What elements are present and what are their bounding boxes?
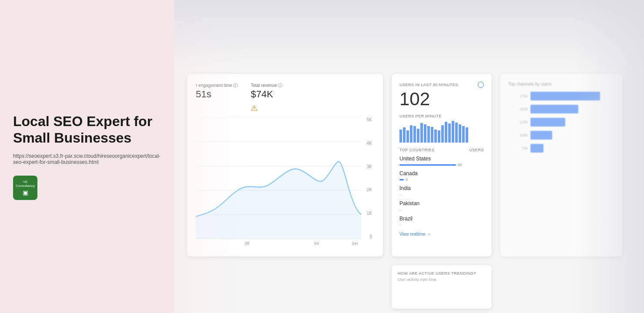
country-dash-pk: - [399,207,484,212]
users-per-minute-label: USERS PER MINUTE [399,114,484,118]
bar-chart-panel: Top channels by users 175k 150k 125k 100… [500,74,622,256]
country-name-pk: Pakistan [399,200,484,206]
bar-5 [413,126,416,143]
favicon: YE Consultancy ▣ [13,176,37,200]
favicon-text: YE Consultancy [13,180,37,188]
users-panel: USERS IN LAST 30 MINUTES 102 USERS PER M… [392,74,492,256]
bar-18 [459,124,461,143]
bar-20 [466,127,468,143]
country-name-us: United States [399,156,484,162]
bar-10 [431,127,433,143]
revenue-value: $74K [251,89,282,100]
hbar-2: 150k [508,105,614,113]
country-dash-br: - [399,223,484,227]
bottom-panel-subtitle: User activity over time [398,277,486,282]
warning-icon: ⚠ [251,103,282,113]
hbar-4: 100k [508,131,614,140]
bottom-panel-title: HOW ARE ACTIVE USERS TRENDING? [398,271,486,276]
bar-16 [452,121,454,143]
hbar-1: 175k [508,92,614,100]
bar-panel-title: Top channels by users [508,82,614,87]
users-count: 102 [399,89,484,110]
hbar-label-3: 125k [508,120,528,124]
y-label-0: 0 [367,234,372,239]
bar-1 [399,130,402,143]
bar-12 [438,130,440,143]
bar-11 [434,130,437,143]
bottom-panel: HOW ARE ACTIVE USERS TRENDING? User acti… [392,265,492,309]
hbar-fill-2 [530,105,578,113]
country-dash-in: - [399,192,484,197]
users-panel-header: USERS IN LAST 30 MINUTES [399,82,484,88]
favicon-icon: ▣ [23,189,28,196]
dashboard-background: r engagement time ⓘ 51s Total revenue ⓘ … [174,0,644,313]
hbar-3: 125k [508,118,614,127]
bar-13 [441,125,444,143]
line-chart-area: 5K 4K 3K 2K 1K 0 [196,117,374,239]
revenue-label: Total revenue ⓘ [251,83,282,89]
country-bar-us [399,164,456,166]
bar-14 [445,122,447,143]
country-name-br: Brazil [399,216,484,222]
bar-7 [420,123,423,143]
hbar-label-1: 175k [508,94,528,98]
hbar-5: 75k [508,144,614,153]
country-row-ca: Canada 4 [399,170,484,182]
bar-6 [417,129,419,143]
hbar-fill-3 [530,118,565,127]
revenue-metric: Total revenue ⓘ $74K ⚠ [251,83,282,113]
y-label-1k: 1K [367,211,372,216]
engagement-label: r engagement time ⓘ [196,83,238,89]
bar-17 [455,123,458,143]
country-value-us: 90 [458,163,462,167]
country-row-us: United States 90 [399,156,484,167]
y-label-3k: 3K [367,164,372,169]
country-name-ca: Canada [399,170,484,176]
country-row-br: Brazil - [399,216,484,227]
x-label-04: 04 [315,241,319,246]
top-countries-label: TOP COUNTRIES USERS [399,148,484,152]
country-row-pk: Pakistan - [399,200,484,212]
bar-3 [406,130,409,143]
line-chart-panel: r engagement time ⓘ 51s Total revenue ⓘ … [187,74,383,256]
top-blur [174,0,644,70]
y-axis-labels: 5K 4K 3K 2K 1K 0 [367,117,374,239]
bar-19 [462,126,465,143]
bar-9 [427,126,430,143]
y-label-2k: 2K [367,187,372,192]
page-url: https://seoexpert.s3.fr-par.scw.cloud/hi… [13,153,161,165]
bar-8 [424,124,426,143]
bar-2 [403,127,406,143]
country-value-ca: 4 [406,177,408,182]
country-row-in: India - [399,185,484,197]
hbar-fill-1 [530,92,600,100]
engagement-metric: r engagement time ⓘ 51s [196,83,238,113]
engagement-value: 51s [196,89,238,100]
x-axis-labels: 28 04 Jun [196,241,374,246]
page-title: Local SEO Expert for Small Businesses [13,113,161,147]
x-label-28: 28 [245,241,249,246]
line-chart-svg [196,117,361,239]
view-realtime-link[interactable]: View realtime → [399,232,484,236]
x-label-jun: Jun [352,241,358,246]
checkmark-icon [478,82,484,88]
y-label-4k: 4K [367,141,372,146]
hbar-label-4: 100k [508,133,528,137]
screenshot-area: r engagement time ⓘ 51s Total revenue ⓘ … [174,0,644,313]
users-per-minute-chart [399,121,484,143]
hbar-label-2: 150k [508,107,528,111]
bar-15 [448,123,451,143]
hbar-label-5: 75k [508,146,528,150]
hbar-fill-4 [530,131,552,140]
y-label-5k: 5K [367,117,372,122]
hbar-fill-5 [530,144,543,153]
left-panel: Local SEO Expert for Small Businesses ht… [0,0,174,313]
chart-header: r engagement time ⓘ 51s Total revenue ⓘ … [196,83,374,113]
country-bar-ca [399,179,404,180]
country-name-in: India [399,185,484,191]
bar-4 [410,125,413,143]
users-header-label: USERS IN LAST 30 MINUTES [399,83,458,87]
